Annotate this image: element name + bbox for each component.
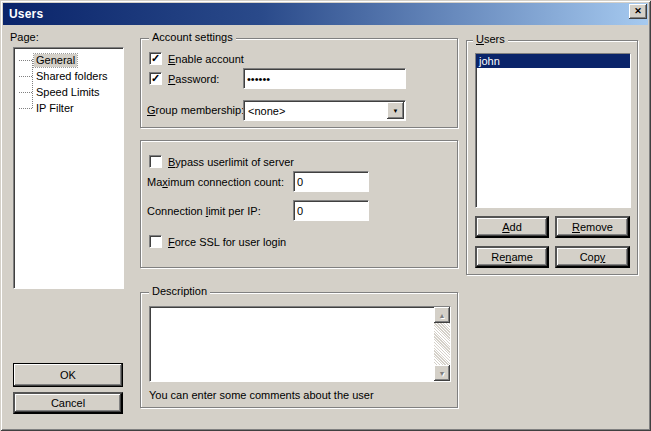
checkmark-icon: ✓ [150,53,161,64]
users-group: Users john Add Remove Rename Copy [466,40,638,275]
tree-item-shared-folders[interactable]: Shared folders [14,68,123,84]
tree-item-label: IP Filter [34,102,76,115]
combo-dropdown-button[interactable]: ▼ [387,102,404,119]
enable-account-checkbox-row[interactable]: ✓ Enable account [149,52,244,65]
users-list: john [475,53,631,208]
tree-branch-icon [19,76,32,77]
tree-item-speed-limits[interactable]: Speed Limits [14,84,123,100]
scroll-up-button[interactable]: ▲ [434,307,450,323]
password-checkbox-row[interactable]: ✓ Password: [149,72,219,85]
password-input[interactable] [243,68,406,89]
page-label: Page: [10,31,39,43]
titlebar[interactable]: Users [3,3,648,25]
scroll-down-button[interactable]: ▼ [434,365,450,381]
enable-account-checkbox: ✓ [149,52,162,65]
connection-limit-per-ip-label: Connection limit per IP: [147,205,261,218]
tree-item-general[interactable]: General [14,52,123,68]
rename-button[interactable]: Rename [475,246,549,268]
force-ssl-label: Force SSL for user login [168,236,286,248]
close-button[interactable]: ✕ [629,4,647,19]
tree-item-label: Speed Limits [34,86,102,99]
tree-connector-line [32,59,33,108]
arrow-up-icon: ▲ [439,312,446,319]
group-membership-label: Group membership: [147,104,244,117]
bypass-userlimit-checkbox-row[interactable]: Bypass userlimit of server [149,155,294,168]
ok-button[interactable]: OK [13,363,123,387]
tree-branch-icon [19,92,32,93]
max-connection-count-label: Maximum connection count: [147,176,284,189]
password-checkbox: ✓ [149,72,162,85]
group-membership-select[interactable]: <none> ▼ [243,100,406,121]
bypass-userlimit-checkbox [149,155,162,168]
users-group-title: Users [473,33,508,46]
group-membership-value: <none> [248,105,285,117]
max-connection-count-input[interactable] [293,171,369,192]
description-hint: You can enter some comments about the us… [149,389,374,402]
arrow-down-icon: ▼ [439,370,446,377]
close-icon: ✕ [634,6,642,16]
description-title: Description [149,285,210,298]
tree-item-label: Shared folders [34,70,110,83]
password-label: Password: [168,73,219,85]
user-item-label: john [479,55,500,67]
force-ssl-checkbox-row[interactable]: Force SSL for user login [149,235,286,248]
account-settings-title: Account settings [149,31,236,44]
cancel-button[interactable]: Cancel [13,392,123,414]
description-scrollbar[interactable]: ▲ ▼ [434,307,450,381]
user-list-item-john[interactable]: john [476,54,630,68]
tree-branch-icon [19,60,32,61]
connection-limit-per-ip-input[interactable] [293,200,369,221]
account-settings-group: Account settings ✓ Enable account ✓ Pass… [140,38,458,128]
copy-button[interactable]: Copy [555,246,630,268]
force-ssl-checkbox [149,235,162,248]
window-title: Users [3,7,43,21]
description-group: Description ▲ ▼ You can enter some comme… [140,292,458,408]
chevron-down-icon: ▼ [393,108,399,114]
tree-item-label: General [34,54,77,67]
tree-item-ip-filter[interactable]: IP Filter [14,100,123,116]
tree-branch-icon [19,108,32,109]
remove-button[interactable]: Remove [555,216,630,238]
checkmark-icon: ✓ [150,73,161,84]
description-textarea[interactable]: ▲ ▼ [149,306,451,382]
add-button[interactable]: Add [475,216,549,238]
limits-group: Bypass userlimit of server Maximum conne… [140,140,458,268]
users-dialog: Users ✕ Page: General Shared folders Spe… [0,0,651,431]
enable-account-label: Enable account [168,53,244,65]
bypass-userlimit-label: Bypass userlimit of server [168,156,294,168]
page-tree: General Shared folders Speed Limits IP F… [13,47,124,289]
